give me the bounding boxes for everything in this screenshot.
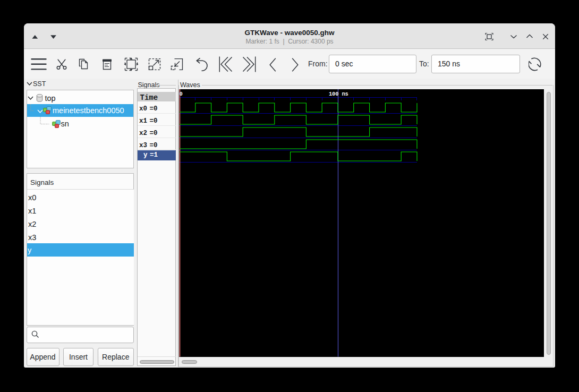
svg-text:0: 0 bbox=[180, 91, 183, 97]
svg-text:100 ns: 100 ns bbox=[329, 91, 348, 97]
